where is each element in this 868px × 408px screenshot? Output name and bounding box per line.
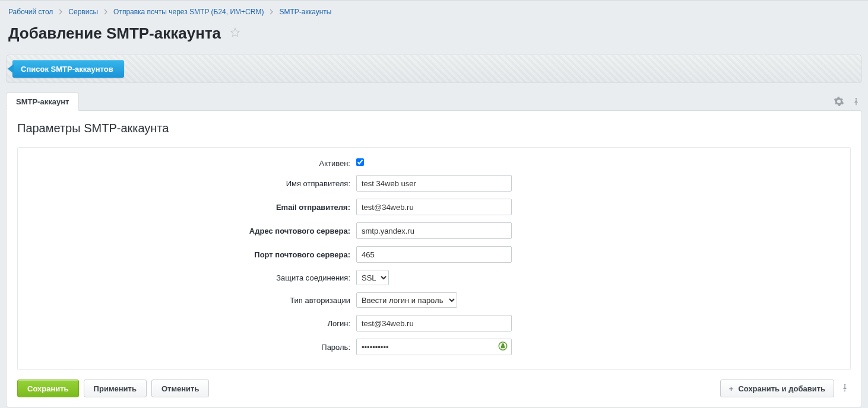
breadcrumb-item-smtp-module[interactable]: Отправка почты через SMTP (Б24, ИМ+CRM) — [113, 8, 264, 16]
label-sender-email: Email отправителя: — [24, 203, 356, 212]
main-panel: Параметры SMTP-аккаунта Активен: Имя отп… — [6, 110, 862, 407]
pin-button[interactable] — [850, 95, 862, 110]
settings-button[interactable] — [832, 95, 845, 110]
page-title: Добавление SMTP-аккаунта — [8, 24, 221, 43]
tabs-row: SMTP-аккаунт — [6, 93, 862, 110]
tab-smtp-account[interactable]: SMTP-аккаунт — [6, 93, 79, 111]
cancel-button[interactable]: Отменить — [151, 380, 210, 397]
pin-icon — [851, 100, 861, 109]
save-and-add-button[interactable]: + Сохранить и добавить — [720, 380, 834, 397]
label-secure: Защита соединения: — [24, 273, 356, 282]
port-input[interactable] — [356, 246, 512, 263]
save-button[interactable]: Сохранить — [17, 380, 79, 397]
label-active: Активен: — [24, 159, 356, 168]
breadcrumb: Рабочий стол Сервисы Отправка почты чере… — [0, 0, 868, 18]
apply-button[interactable]: Применить — [84, 380, 147, 397]
chevron-right-icon — [270, 9, 273, 15]
section-title: Параметры SMTP-аккаунта — [17, 122, 851, 135]
sender-name-input[interactable] — [356, 175, 512, 192]
list-accounts-button[interactable]: Список SMTP-аккаунтов — [12, 60, 124, 78]
label-port: Порт почтового сервера: — [24, 250, 356, 259]
plus-icon: + — [729, 384, 734, 393]
secure-select[interactable]: SSL — [356, 270, 389, 285]
actions-bar: Список SMTP-аккаунтов — [6, 55, 862, 83]
password-manager-icon[interactable] — [498, 341, 508, 353]
auth-type-select[interactable]: Ввести логин и пароль — [356, 292, 457, 308]
label-sender-name: Имя отправителя: — [24, 179, 356, 188]
login-input[interactable] — [356, 315, 512, 332]
favorite-star-icon[interactable] — [229, 27, 241, 40]
server-input[interactable] — [356, 222, 512, 239]
footer-buttons: Сохранить Применить Отменить + Сохранить… — [17, 380, 851, 397]
label-password: Пароль: — [24, 343, 356, 352]
form: Активен: Имя отправителя: Email отправит… — [17, 147, 851, 370]
chevron-right-icon — [59, 9, 62, 15]
breadcrumb-item-services[interactable]: Сервисы — [68, 8, 98, 16]
page-header: Добавление SMTP-аккаунта — [0, 18, 868, 55]
gear-icon — [834, 100, 844, 109]
label-server: Адрес почтового сервера: — [24, 227, 356, 235]
breadcrumb-item-accounts[interactable]: SMTP-аккаунты — [279, 8, 331, 16]
pin-icon — [840, 386, 850, 395]
label-auth-type: Тип авторизации — [24, 296, 356, 305]
save-and-add-label: Сохранить и добавить — [738, 384, 825, 393]
breadcrumb-item-desktop[interactable]: Рабочий стол — [8, 8, 53, 16]
active-checkbox[interactable] — [356, 158, 364, 166]
pin-footer-button[interactable] — [839, 381, 851, 396]
sender-email-input[interactable] — [356, 199, 512, 215]
label-login: Логин: — [24, 319, 356, 328]
password-input[interactable] — [356, 339, 512, 355]
chevron-right-icon — [104, 9, 107, 15]
